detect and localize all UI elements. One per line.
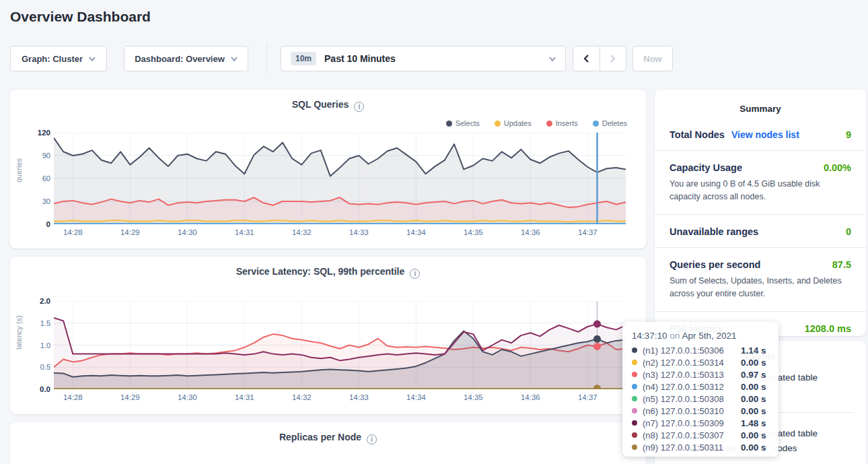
summary-title: Summary <box>655 90 866 118</box>
dashboard-dropdown[interactable]: Dashboard: Overview <box>124 46 248 71</box>
tooltip-row: (n2) 127.0.0.1:503140.00 s <box>632 356 769 368</box>
node-color-dot <box>632 372 637 377</box>
y-tick-label: 2.0 <box>25 297 50 305</box>
tooltip-row: (n9) 127.0.0.1:503110.00 s <box>632 441 769 453</box>
time-range-dropdown[interactable]: 10m Past 10 Minutes <box>281 46 566 71</box>
summary-card: Summary Total Nodes View nodes list 9 Ca… <box>655 90 866 336</box>
info-icon[interactable] <box>367 434 377 444</box>
node-color-dot <box>632 347 637 353</box>
dashboard-dropdown-label: Dashboard: Overview <box>135 54 225 64</box>
x-tick-label: 14:34 <box>406 228 426 236</box>
y-axis-ticks: 0306090120 <box>25 133 50 224</box>
x-tick-label: 14:31 <box>235 393 254 401</box>
time-step-buttons <box>573 46 626 71</box>
sql-queries-chart <box>54 133 626 224</box>
x-tick-label: 14:31 <box>235 228 254 236</box>
summary-description: Sum of Selects, Updates, Inserts, and De… <box>670 275 851 301</box>
chart-hover-tooltip: 14:37:10 on Apr 5th, 2021 (n1) 127.0.0.1… <box>622 322 779 457</box>
latency-title: Service Latency: SQL, 99th percentile <box>10 266 646 279</box>
time-range-badge: 10m <box>291 52 316 65</box>
x-tick-label: 14:32 <box>292 393 312 401</box>
legend-dot <box>546 121 552 127</box>
x-tick-label: 14:37 <box>578 393 598 401</box>
summary-label: Queries per second <box>670 259 760 270</box>
x-tick-label: 14:28 <box>63 228 83 236</box>
x-tick-label: 14:30 <box>178 228 197 236</box>
tooltip-row: (n6) 127.0.0.1:503100.00 s <box>632 405 769 417</box>
summary-row-total-nodes: Total Nodes View nodes list 9 <box>655 118 866 151</box>
time-forward-button[interactable] <box>600 46 626 71</box>
chevron-down-icon <box>231 57 238 61</box>
y-tick-label: 30 <box>25 197 50 205</box>
summary-value: 87.5 <box>832 259 851 270</box>
y-tick-label: 0.0 <box>25 385 50 393</box>
replicas-card: Replicas per Node <box>10 422 646 464</box>
sql-queries-legend: Selects Updates Inserts Deletes <box>446 119 627 127</box>
view-nodes-list-link[interactable]: View nodes list <box>731 129 799 140</box>
sql-queries-title: SQL Queries <box>10 99 646 112</box>
tooltip-timestamp: 14:37:10 on Apr 5th, 2021 <box>632 331 769 341</box>
tooltip-row: (n1) 127.0.0.1:503061.14 s <box>632 344 769 356</box>
time-range-label: Past 10 Minutes <box>324 53 541 64</box>
x-tick-label: 14:32 <box>292 228 312 236</box>
x-tick-label: 14:35 <box>464 228 483 236</box>
tooltip-row: (n7) 127.0.0.1:503091.48 s <box>632 417 769 429</box>
replicas-title: Replicas per Node <box>10 432 646 444</box>
x-tick-label: 14:30 <box>178 393 197 401</box>
info-icon[interactable] <box>410 269 420 279</box>
sql-queries-card: SQL Queries Selects Updates Inserts Dele… <box>10 90 646 248</box>
sql-queries-plot[interactable] <box>54 133 626 224</box>
node-color-dot <box>632 396 637 401</box>
summary-description: You are using 0 B of 4.5 GiB usable disk… <box>670 178 851 204</box>
x-tick-label: 14:37 <box>578 228 598 236</box>
x-tick-label: 14:33 <box>349 393 369 401</box>
x-axis-ticks: 14:2814:2914:3014:3114:3214:3314:3414:35… <box>54 228 626 239</box>
x-tick-label: 14:29 <box>120 393 140 401</box>
node-color-dot <box>632 360 637 365</box>
x-tick-label: 14:28 <box>63 393 83 401</box>
legend-item-selects: Selects <box>446 119 480 127</box>
now-button-label: Now <box>643 54 661 64</box>
graph-dropdown-label: Graph: Cluster <box>22 54 83 64</box>
toolbar-divider <box>266 44 267 73</box>
y-axis-label: latency (s) <box>15 340 23 350</box>
chevron-right-icon <box>609 54 616 63</box>
y-axis-label: queries <box>15 173 23 183</box>
summary-row-unavailable: Unavailable ranges 0 <box>655 215 866 248</box>
legend-item-updates: Updates <box>495 119 532 127</box>
y-tick-label: 0.5 <box>25 363 50 371</box>
chevron-down-icon <box>89 57 96 61</box>
legend-dot <box>495 121 501 127</box>
node-color-dot <box>632 420 637 426</box>
legend-item-deletes: Deletes <box>593 119 627 127</box>
chart-title-text: SQL Queries <box>292 99 349 110</box>
y-tick-label: 120 <box>25 129 50 137</box>
chevron-left-icon <box>583 54 590 63</box>
x-tick-label: 14:29 <box>120 228 140 236</box>
x-tick-label: 14:33 <box>349 228 369 236</box>
y-tick-label: 1.0 <box>25 341 50 350</box>
graph-dropdown[interactable]: Graph: Cluster <box>10 46 107 71</box>
summary-label: Unavailable ranges <box>670 226 758 237</box>
time-back-button[interactable] <box>573 46 600 71</box>
tooltip-row: (n8) 127.0.0.1:503070.00 s <box>632 429 769 441</box>
latency-chart <box>54 301 626 389</box>
chevron-down-icon <box>549 57 556 61</box>
chart-title-text: Replicas per Node <box>279 432 361 442</box>
x-axis-ticks: 14:2814:2914:3014:3114:3214:3314:3414:35… <box>54 393 626 404</box>
legend-dot <box>446 121 452 127</box>
latency-plot[interactable] <box>54 301 626 389</box>
latency-card: Service Latency: SQL, 99th percentile la… <box>10 257 646 414</box>
now-button[interactable]: Now <box>632 46 673 71</box>
legend-item-inserts: Inserts <box>546 119 578 127</box>
x-tick-label: 14:34 <box>406 393 426 401</box>
summary-row-capacity: Capacity Usage 0.00% You are using 0 B o… <box>655 151 866 215</box>
node-color-dot <box>632 408 637 413</box>
y-tick-label: 0 <box>25 220 50 228</box>
info-icon[interactable] <box>354 102 364 112</box>
node-color-dot <box>632 444 637 450</box>
summary-value: 1208.0 ms <box>805 323 851 334</box>
x-tick-label: 14:36 <box>521 393 540 401</box>
summary-value: 0 <box>846 226 851 237</box>
summary-value: 0.00% <box>824 162 851 173</box>
